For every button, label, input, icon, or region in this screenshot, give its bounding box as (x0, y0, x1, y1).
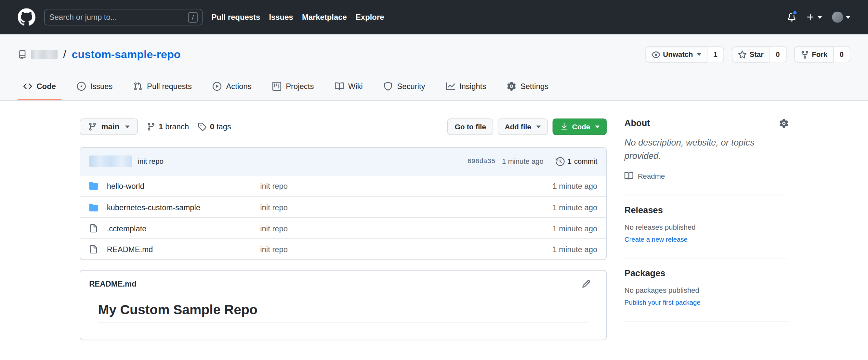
file-commit-message-link[interactable]: init repo (260, 203, 511, 211)
file-row[interactable]: README.md init repo 1 minute ago (80, 238, 606, 260)
git-pull-request-icon (134, 82, 143, 91)
repo-icon (18, 50, 26, 59)
packages-title: Packages (624, 268, 788, 279)
shield-icon (384, 82, 393, 91)
tab-issues[interactable]: Issues (71, 73, 118, 100)
repo-tab-nav: Code Issues Pull requests Actions Projec… (0, 73, 868, 100)
file-name-link[interactable]: kubernetes-custom-sample (107, 203, 251, 211)
user-avatar (832, 12, 843, 23)
repo-header: / custom-sample-repo Unwatch 1 Star (0, 34, 868, 101)
slash-shortcut-badge: / (188, 12, 198, 23)
caret-down-icon (125, 125, 129, 128)
about-section: About No description, website, or topics… (624, 118, 788, 195)
repo-name-link[interactable]: custom-sample-repo (72, 48, 181, 61)
graph-icon (446, 82, 455, 91)
commit-message-link[interactable]: init repo (138, 157, 163, 166)
readme-anchor-link[interactable]: Readme (624, 171, 788, 180)
add-file-button[interactable]: Add file (498, 118, 548, 135)
gear-icon (507, 82, 516, 91)
github-logo-icon[interactable] (18, 8, 35, 26)
about-title: About (624, 118, 650, 128)
tags-link[interactable]: 0tags (198, 122, 231, 131)
file-action-buttons: Go to file Add file Code (448, 118, 607, 135)
tab-insights[interactable]: Insights (440, 73, 492, 100)
star-button[interactable]: Star (732, 46, 770, 62)
commit-history-link[interactable]: 1commit (556, 157, 597, 166)
breadcrumb-separator: / (63, 48, 66, 61)
star-icon (738, 50, 747, 59)
file-name-link[interactable]: .cctemplate (107, 224, 251, 233)
watch-count[interactable]: 1 (707, 46, 724, 62)
github-repo-page: / Pull requests Issues Marketplace Explo… (0, 0, 868, 360)
user-menu-button[interactable] (832, 12, 850, 23)
repo-owner-redacted[interactable] (31, 50, 58, 59)
file-list-box: init repo 698da35 1 minute ago 1commit h… (80, 147, 607, 260)
file-row[interactable]: kubernetes-custom-sample init repo 1 min… (80, 196, 606, 217)
pencil-icon (582, 280, 591, 288)
file-directory-icon (89, 203, 98, 211)
tab-pull-requests[interactable]: Pull requests (128, 73, 197, 100)
unwatch-button[interactable]: Unwatch (645, 46, 707, 62)
file-row[interactable]: hello-world init repo 1 minute ago (80, 175, 606, 197)
fork-count[interactable]: 0 (834, 46, 850, 62)
repo-sidebar: About No description, website, or topics… (624, 118, 788, 321)
branch-tag-counts: 1branch 0tags (147, 122, 231, 131)
file-name-link[interactable]: hello-world (107, 182, 251, 190)
file-icon (89, 224, 98, 233)
caret-down-icon (536, 125, 540, 128)
packages-empty-text: No packages published (624, 286, 788, 294)
edit-readme-button[interactable] (582, 280, 591, 288)
tab-security[interactable]: Security (378, 73, 431, 100)
tab-wiki[interactable]: Wiki (329, 73, 368, 100)
git-branch-icon (147, 122, 155, 131)
edit-about-button[interactable] (780, 119, 788, 128)
about-description: No description, website, or topics provi… (624, 136, 788, 163)
latest-commit-bar: init repo 698da35 1 minute ago 1commit (80, 148, 606, 175)
nav-marketplace[interactable]: Marketplace (302, 13, 347, 22)
star-group: Star 0 (732, 46, 786, 62)
file-row[interactable]: .cctemplate init repo 1 minute ago (80, 217, 606, 238)
file-navigation: main 1branch 0tags Go to file (80, 118, 607, 135)
nav-explore[interactable]: Explore (355, 13, 384, 22)
book-icon (624, 171, 633, 180)
fork-button[interactable]: Fork (794, 46, 834, 62)
file-commit-message-link[interactable]: init repo (260, 224, 511, 233)
search-input[interactable] (50, 13, 184, 22)
readme-heading: My Custom Sample Repo (98, 301, 588, 323)
file-commit-message-link[interactable]: init repo (260, 182, 511, 190)
file-commit-message-link[interactable]: init repo (260, 244, 511, 254)
tab-settings[interactable]: Settings (502, 73, 554, 100)
branches-link[interactable]: 1branch (147, 122, 189, 131)
go-to-file-button[interactable]: Go to file (448, 118, 493, 135)
create-new-button[interactable] (806, 13, 822, 22)
main-content: main 1branch 0tags Go to file (80, 101, 788, 360)
branch-select-button[interactable]: main (80, 118, 137, 135)
readme-header: README.md (80, 271, 606, 293)
nav-pull-requests[interactable]: Pull requests (211, 13, 260, 22)
plus-icon (806, 13, 815, 22)
code-download-button[interactable]: Code (552, 118, 607, 135)
tab-actions[interactable]: Actions (208, 73, 257, 100)
commit-sha-link[interactable]: 698da35 (467, 157, 495, 165)
create-release-link[interactable]: Create a new release (624, 235, 688, 243)
commit-meta: 698da35 1 minute ago 1commit (467, 157, 597, 166)
tab-projects[interactable]: Projects (267, 73, 319, 100)
packages-section: Packages No packages published Publish y… (624, 258, 788, 321)
header-right-controls (787, 12, 850, 23)
publish-package-link[interactable]: Publish your first package (624, 299, 701, 307)
star-count[interactable]: 0 (770, 46, 786, 62)
code-icon (23, 82, 32, 91)
notifications-button[interactable] (787, 13, 796, 22)
file-updated-time: 1 minute ago (520, 224, 597, 233)
issue-opened-icon (77, 82, 86, 91)
history-icon (556, 157, 564, 166)
nav-issues[interactable]: Issues (269, 13, 293, 22)
readme-box: README.md My Custom Sample Repo (80, 270, 607, 340)
global-search[interactable]: / (44, 9, 203, 25)
tab-code[interactable]: Code (18, 73, 61, 100)
commit-author-redacted[interactable] (89, 155, 132, 167)
releases-empty-text: No releases published (624, 223, 788, 231)
file-name-link[interactable]: README.md (107, 244, 251, 254)
caret-down-icon (697, 53, 702, 56)
project-icon (272, 82, 281, 91)
